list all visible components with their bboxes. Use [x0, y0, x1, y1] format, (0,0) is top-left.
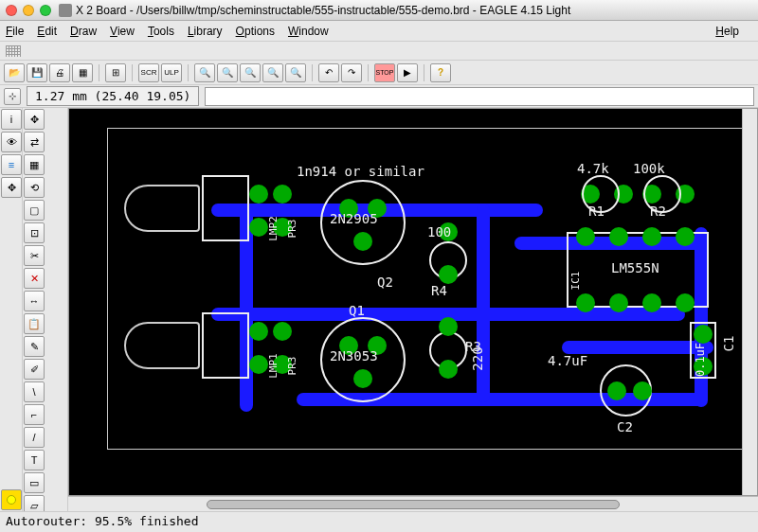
c1-value-label: 0.1uF [694, 343, 707, 377]
info-tool[interactable]: i [1, 109, 22, 130]
redo-button[interactable]: ↷ [341, 63, 362, 82]
board-canvas[interactable]: 1n914 or similar 2N2905 2N3053 Q2 Q1 100… [68, 108, 758, 496]
zoom-fit-button[interactable]: 🔍 [194, 63, 215, 82]
scrollbar-thumb[interactable] [207, 500, 621, 509]
menubar: FFileile Edit Draw View Tools Library Op… [0, 21, 758, 42]
menu-options[interactable]: Options [236, 25, 275, 38]
go-button[interactable]: ▶ [397, 63, 418, 82]
r2-ref-label: R2 [650, 204, 666, 219]
paste-tool[interactable]: 📋 [24, 313, 45, 334]
print-button[interactable]: 🖨 [49, 63, 70, 82]
text-tool[interactable]: T [24, 450, 45, 470]
q2-value-label: 2N2905 [330, 211, 378, 226]
open-button[interactable]: 📂 [4, 63, 25, 82]
menu-help[interactable]: Help [715, 25, 739, 38]
coord-display: 1.27 mm (25.40 19.05) [27, 86, 199, 106]
lmp2-outline [124, 185, 200, 232]
name-tool[interactable]: ✎ [24, 336, 45, 357]
zoom-window-button[interactable] [40, 5, 51, 16]
menu-view[interactable]: View [110, 25, 135, 38]
q1-ref-label: Q1 [349, 303, 365, 318]
r4-ref-label: R4 [431, 283, 447, 298]
menu-file[interactable]: FFileile [6, 25, 24, 38]
horizontal-scrollbar[interactable] [68, 496, 758, 511]
group-tool[interactable]: ▦ [24, 154, 45, 175]
lmp1-ref-label: LMP1 [267, 353, 280, 379]
r4-value-label: 100 [427, 224, 451, 239]
schematic-button[interactable]: ⊞ [105, 63, 126, 82]
r2-value-label: 100k [633, 161, 665, 176]
cut-tool[interactable]: ✂ [24, 245, 45, 266]
left-toolbar-1: i 👁 ≡ ✥ [0, 108, 23, 511]
mirror-tool[interactable]: ⇄ [24, 132, 45, 152]
save-button[interactable]: 💾 [27, 63, 47, 82]
pr3a-ref-label: PR3 [286, 220, 298, 239]
pr3b-ref-label: PR3 [286, 357, 298, 376]
help-button[interactable]: ? [430, 63, 451, 82]
window-title: 2 Board - /Users/billw/tmp/scheminstruct… [86, 4, 570, 17]
miter-tool[interactable]: ⌐ [24, 404, 45, 425]
value-tool[interactable]: ✐ [24, 359, 45, 380]
app-icon [59, 4, 72, 17]
rect-tool[interactable]: ▭ [24, 472, 45, 493]
vertical-scrollbar[interactable] [742, 109, 757, 495]
smash-tool[interactable]: \ [24, 381, 45, 402]
close-window-button[interactable] [6, 5, 17, 16]
ulp-button[interactable]: ULP [161, 63, 182, 82]
r1-value-label: 4.7k [577, 161, 609, 176]
zoom-select-button[interactable]: 🔍 [285, 63, 306, 82]
c2-value-label: 4.7uF [548, 353, 587, 368]
undo-button[interactable]: ↶ [318, 63, 339, 82]
mark-tool[interactable]: ✥ [1, 177, 22, 198]
zoom-out-button[interactable]: 🔍 [240, 63, 261, 82]
q2-ref-label: Q2 [377, 275, 393, 290]
coord-bar: ⊹ 1.27 mm (25.40 19.05) [0, 85, 758, 108]
minimize-window-button[interactable] [23, 5, 34, 16]
titlebar: X 2 Board - /Users/billw/tmp/scheminstru… [0, 0, 758, 21]
q1-value-label: 2N3053 [330, 348, 378, 364]
command-input[interactable] [205, 87, 754, 106]
menu-edit[interactable]: Edit [37, 25, 57, 38]
lmp2-ref-label: LMP2 [267, 216, 280, 241]
move-tool[interactable]: ✥ [24, 109, 45, 130]
c2-ref-label: C2 [617, 419, 633, 434]
errors-tool[interactable] [1, 489, 22, 510]
rotate-tool[interactable]: ⟲ [24, 177, 45, 198]
ic1-ref-label: IC1 [569, 272, 582, 291]
change-tool[interactable]: ⊡ [24, 222, 45, 243]
zoom-in-button[interactable]: 🔍 [217, 63, 238, 82]
tool-palette: ✥ ⇄ ▦ ⟲ ▢ ⊡ ✂ ✕ ↔ 📋 ✎ ✐ \ ⌐ / T ▭ ▱ ○ ◠ … [23, 108, 68, 511]
zoom-redraw-button[interactable]: 🔍 [262, 63, 283, 82]
grid-toolbar [0, 42, 758, 61]
ic1-value-label: LM555N [611, 260, 659, 275]
wire-tool[interactable]: / [24, 427, 45, 448]
title-prefix: X [76, 4, 83, 17]
status-bar: Autorouter: 95.5% finished [0, 511, 758, 532]
delete-tool[interactable]: ✕ [24, 268, 45, 289]
r1-ref-label: R1 [588, 204, 605, 219]
diode-note-label: 1n914 or similar [297, 164, 424, 179]
cam-button[interactable]: ▦ [72, 63, 93, 82]
select-tool[interactable]: ▢ [24, 200, 45, 221]
c1-ref-label: C1 [721, 336, 736, 352]
stop-button[interactable]: STOP [374, 63, 395, 82]
show-tool[interactable]: 👁 [1, 132, 22, 152]
script-button[interactable]: SCR [138, 63, 159, 82]
main-toolbar: 📂 💾 🖨 ▦ ⊞ SCR ULP 🔍 🔍 🔍 🔍 🔍 ↶ ↷ STOP ▶ ? [0, 61, 758, 85]
menu-draw[interactable]: Draw [70, 25, 97, 38]
status-text: Autorouter: 95.5% finished [6, 514, 199, 528]
r3-ref-label: R3 [465, 339, 481, 354]
grid-icon[interactable] [6, 45, 21, 57]
lmp1-outline [124, 322, 200, 369]
layers-tool[interactable]: ≡ [1, 154, 22, 175]
menu-window[interactable]: Window [288, 25, 329, 38]
copy-tool[interactable]: ↔ [24, 291, 45, 311]
coord-origin-button[interactable]: ⊹ [4, 88, 21, 105]
menu-tools[interactable]: Tools [148, 25, 174, 38]
menu-library[interactable]: Library [188, 25, 223, 38]
